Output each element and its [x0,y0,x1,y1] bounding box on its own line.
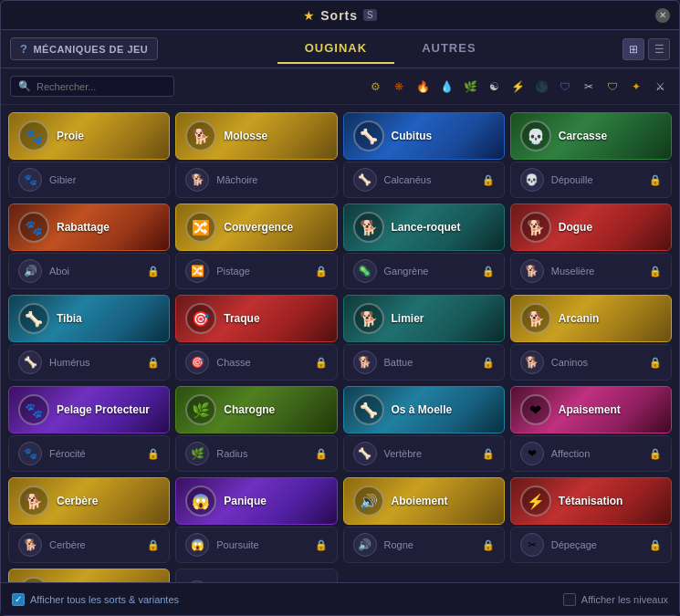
skill-card-calcaneous[interactable]: 🦴 Calcanéus 🔒 [343,162,505,198]
filter-air-icon[interactable]: 🌿 [460,77,480,97]
skill-card-molosse[interactable]: 🐕 Molosse [175,112,337,160]
skill-card-rogne[interactable]: 🔊 Rogne 🔒 [343,527,505,563]
skill-name-dogue: Dogue [559,221,592,234]
filter-buff-icon[interactable]: ✦ [626,77,646,97]
skill-card-flair[interactable]: 👃 Flair [8,569,170,582]
filter-sword-icon[interactable]: ⚔ [650,77,670,97]
skill-name-sm-gangrene: Gangrène [384,266,475,277]
skill-card-lance-roquet[interactable]: 🐕 Lance-roquet [343,204,505,251]
skill-icon-cubitus: 🦴 [353,120,384,151]
skill-card-gibier[interactable]: 🐾 Gibier [8,162,170,198]
window-title: Sorts [320,8,358,23]
filter-star-icon[interactable]: ❋ [389,77,409,97]
skill-card-radius[interactable]: 🌿 Radius 🔒 [175,435,337,472]
filter-cut-icon[interactable]: ✂ [579,77,599,97]
tab-autres[interactable]: AUTRES [394,34,503,64]
skill-card-tetanisation[interactable]: ⚡ Tétanisation [510,477,672,525]
search-input[interactable] [37,81,166,92]
filter-lightning-icon[interactable]: ⚡ [507,77,528,97]
skill-card-cerbere-sec[interactable]: 🐕 Cerbère 🔒 [8,527,170,563]
footer-right: Afficher les niveaux [563,593,668,606]
skill-card-gangrene[interactable]: 🦠 Gangrène 🔒 [343,253,505,289]
skill-card-battue[interactable]: 🐕 Battue 🔒 [343,344,505,381]
title-bar: ★ Sorts S ✕ [1,1,679,30]
filter-shield-icon[interactable]: 🛡 [555,77,575,97]
skill-card-aboi[interactable]: 🔊 Aboi 🔒 [8,253,170,289]
skill-card-cerbere[interactable]: 🐕 Cerbère [8,477,170,525]
skill-icon-sm-ferocite: 🐾 [18,442,42,465]
skill-card-machoire[interactable]: 🐕 Mâchoire [175,162,337,198]
show-levels-checkbox[interactable] [563,593,576,606]
skill-card-limier[interactable]: 🐕 Limier [343,295,505,342]
mechanics-label: MÉCANIQUES DE JEU [33,44,148,55]
list-view-button[interactable]: ☰ [648,38,670,60]
skill-group-cerbere: 🐕 Cerbère 🐕 Cerbère 🔒 [8,477,170,563]
skill-card-traque[interactable]: 🎯 Traque [175,295,337,342]
skill-card-poursuite[interactable]: 😱 Poursuite 🔒 [175,527,337,563]
skill-group-convergence: 🔀 Convergence 🔀 Pistage 🔒 [175,204,337,289]
skill-name-sm-affection: Affection [551,448,642,459]
filter-water-icon[interactable]: 💧 [436,77,456,97]
show-all-label: Afficher tous les sorts & variantes [30,594,179,605]
skill-card-panique[interactable]: 😱 Panique [175,477,337,525]
skill-name-sm-rogne: Rogne [384,539,475,550]
skill-card-proie[interactable]: 🐾 Proie [8,112,170,160]
skill-card-carcasse[interactable]: 💀 Carcasse [510,112,672,160]
mechanics-button[interactable]: ? MÉCANIQUES DE JEU [10,37,158,60]
filter-dark-icon[interactable]: 🌑 [531,77,551,97]
skill-icon-sm-aboi: 🔊 [18,259,42,283]
tab-ouginak[interactable]: OUGINAK [277,34,394,64]
skill-card-humerus[interactable]: 🦴 Humérus 🔒 [8,344,170,381]
skill-card-dogue[interactable]: 🐕 Dogue [510,204,672,251]
skill-card-aboiement[interactable]: 🔊 Aboiement [343,477,505,525]
skill-card-depouille[interactable]: 💀 Dépouille 🔒 [510,162,672,198]
skill-card-chasse[interactable]: 🎯 Chasse 🔒 [175,344,337,381]
show-all-checkbox[interactable]: ✓ [12,593,25,606]
skill-icon-sm-poursuite: 😱 [185,533,209,557]
skill-card-museliere[interactable]: 🐕 Muselière 🔒 [510,253,672,289]
skill-card-tibia[interactable]: 🦴 Tibia [8,295,170,342]
skill-card-charogne[interactable]: 🌿 Charogne [175,386,337,433]
skill-icon-tetanisation: ⚡ [520,485,551,517]
filter-neutral-icon[interactable]: ☯ [484,77,504,97]
skill-card-caninos[interactable]: 🐕 Caninos 🔒 [510,344,672,381]
search-icon: 🔍 [18,80,31,92]
skill-group-tibia: 🦴 Tibia 🦴 Humérus 🔒 [8,295,170,381]
skill-card-pelage[interactable]: 🐾 Pelage Protecteur [8,386,170,433]
skill-name-apaisement: Apaisement [559,403,621,416]
skill-card-apaisement[interactable]: ❤ Apaisement [510,386,672,433]
filter-fire-icon[interactable]: 🔥 [413,77,433,97]
skill-icon-tibia: 🦴 [18,303,49,334]
skill-card-arcanin[interactable]: 🐕 Arcanin [510,295,672,342]
skill-group-empty-1 [343,569,505,582]
skill-icon-apaisement: ❤ [520,394,551,425]
question-icon: ? [20,42,27,56]
skill-icon-sm-rogne: 🔊 [353,533,377,557]
skill-card-vertebre[interactable]: 🦴 Vertèbre 🔒 [343,435,505,472]
skill-card-canal-canin[interactable]: 📡 Canal Canin 🔒 [175,569,337,582]
skill-card-cubitus[interactable]: 🦴 Cubitus [343,112,505,160]
skill-card-convergence[interactable]: 🔀 Convergence [175,204,337,251]
skill-icon-pelage: 🐾 [18,394,49,425]
skill-card-os-moelle[interactable]: 🦴 Os à Moelle [343,386,505,433]
skill-group-empty-2 [510,569,672,582]
lock-icon-caninos: 🔒 [649,357,662,369]
skill-name-cerbere: Cerbère [57,495,98,507]
close-button[interactable]: ✕ [655,8,670,23]
skill-card-pistage[interactable]: 🔀 Pistage 🔒 [175,253,337,289]
skill-card-affection[interactable]: ❤ Affection 🔒 [510,435,672,472]
skill-card-ferocite[interactable]: 🐾 Férocité 🔒 [8,435,170,472]
skill-card-depecage[interactable]: ✂ Dépeçage 🔒 [510,527,672,563]
lock-icon-rogne: 🔒 [482,539,495,551]
lock-icon-aboi: 🔒 [147,266,160,277]
skill-card-rabattage[interactable]: 🐾 Rabattage [8,204,170,251]
grid-view-button[interactable]: ⊞ [622,38,644,60]
skill-name-panique: Panique [224,495,267,507]
skill-name-sm-museliere: Muselière [551,266,642,277]
skill-name-charogne: Charogne [224,403,275,416]
skill-group-canal-canin: 📡 Canal Canin 🔒 📡 Appel de la Meute 🔒 [175,569,337,582]
skill-name-sm-gibier: Gibier [49,174,160,185]
filter-protect-icon[interactable]: 🛡 [602,77,622,97]
filter-earth-icon[interactable]: ⚙ [365,77,385,97]
lock-icon-chasse: 🔒 [315,357,328,369]
